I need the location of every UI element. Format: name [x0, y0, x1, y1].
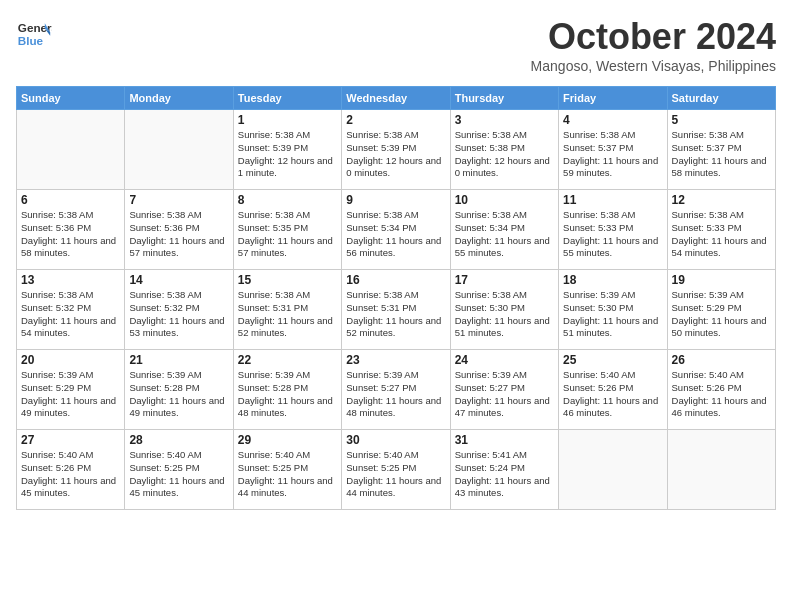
calendar-cell: 28Sunrise: 5:40 AMSunset: 5:25 PMDayligh… — [125, 430, 233, 510]
cell-data: Sunrise: 5:38 AMSunset: 5:34 PMDaylight:… — [346, 209, 445, 260]
day-number: 31 — [455, 433, 554, 447]
calendar-cell: 14Sunrise: 5:38 AMSunset: 5:32 PMDayligh… — [125, 270, 233, 350]
calendar-cell: 2Sunrise: 5:38 AMSunset: 5:39 PMDaylight… — [342, 110, 450, 190]
day-number: 1 — [238, 113, 337, 127]
calendar-cell — [667, 430, 775, 510]
calendar-cell: 7Sunrise: 5:38 AMSunset: 5:36 PMDaylight… — [125, 190, 233, 270]
calendar-cell: 15Sunrise: 5:38 AMSunset: 5:31 PMDayligh… — [233, 270, 341, 350]
cell-data: Sunrise: 5:38 AMSunset: 5:31 PMDaylight:… — [238, 289, 337, 340]
day-number: 22 — [238, 353, 337, 367]
cell-data: Sunrise: 5:40 AMSunset: 5:26 PMDaylight:… — [672, 369, 771, 420]
cell-data: Sunrise: 5:38 AMSunset: 5:32 PMDaylight:… — [129, 289, 228, 340]
weekday-header: Wednesday — [342, 87, 450, 110]
calendar-cell: 6Sunrise: 5:38 AMSunset: 5:36 PMDaylight… — [17, 190, 125, 270]
calendar-cell: 8Sunrise: 5:38 AMSunset: 5:35 PMDaylight… — [233, 190, 341, 270]
cell-data: Sunrise: 5:40 AMSunset: 5:26 PMDaylight:… — [21, 449, 120, 500]
calendar-cell: 24Sunrise: 5:39 AMSunset: 5:27 PMDayligh… — [450, 350, 558, 430]
day-number: 30 — [346, 433, 445, 447]
day-number: 2 — [346, 113, 445, 127]
calendar-week-row: 1Sunrise: 5:38 AMSunset: 5:39 PMDaylight… — [17, 110, 776, 190]
day-number: 29 — [238, 433, 337, 447]
calendar-week-row: 20Sunrise: 5:39 AMSunset: 5:29 PMDayligh… — [17, 350, 776, 430]
cell-data: Sunrise: 5:39 AMSunset: 5:29 PMDaylight:… — [21, 369, 120, 420]
cell-data: Sunrise: 5:41 AMSunset: 5:24 PMDaylight:… — [455, 449, 554, 500]
day-number: 11 — [563, 193, 662, 207]
calendar-cell: 25Sunrise: 5:40 AMSunset: 5:26 PMDayligh… — [559, 350, 667, 430]
day-number: 21 — [129, 353, 228, 367]
day-number: 15 — [238, 273, 337, 287]
day-number: 14 — [129, 273, 228, 287]
calendar-cell: 5Sunrise: 5:38 AMSunset: 5:37 PMDaylight… — [667, 110, 775, 190]
cell-data: Sunrise: 5:39 AMSunset: 5:27 PMDaylight:… — [346, 369, 445, 420]
day-number: 25 — [563, 353, 662, 367]
weekday-header: Monday — [125, 87, 233, 110]
calendar-cell: 4Sunrise: 5:38 AMSunset: 5:37 PMDaylight… — [559, 110, 667, 190]
calendar-cell: 17Sunrise: 5:38 AMSunset: 5:30 PMDayligh… — [450, 270, 558, 350]
calendar-cell: 10Sunrise: 5:38 AMSunset: 5:34 PMDayligh… — [450, 190, 558, 270]
cell-data: Sunrise: 5:39 AMSunset: 5:28 PMDaylight:… — [129, 369, 228, 420]
cell-data: Sunrise: 5:39 AMSunset: 5:30 PMDaylight:… — [563, 289, 662, 340]
calendar-cell: 16Sunrise: 5:38 AMSunset: 5:31 PMDayligh… — [342, 270, 450, 350]
day-number: 16 — [346, 273, 445, 287]
day-number: 28 — [129, 433, 228, 447]
calendar-cell: 11Sunrise: 5:38 AMSunset: 5:33 PMDayligh… — [559, 190, 667, 270]
title-block: October 2024 Mangoso, Western Visayas, P… — [531, 16, 776, 74]
day-number: 24 — [455, 353, 554, 367]
day-number: 3 — [455, 113, 554, 127]
cell-data: Sunrise: 5:38 AMSunset: 5:36 PMDaylight:… — [21, 209, 120, 260]
cell-data: Sunrise: 5:39 AMSunset: 5:28 PMDaylight:… — [238, 369, 337, 420]
calendar-cell: 19Sunrise: 5:39 AMSunset: 5:29 PMDayligh… — [667, 270, 775, 350]
weekday-header: Friday — [559, 87, 667, 110]
day-number: 8 — [238, 193, 337, 207]
calendar-cell: 21Sunrise: 5:39 AMSunset: 5:28 PMDayligh… — [125, 350, 233, 430]
day-number: 26 — [672, 353, 771, 367]
calendar-week-row: 6Sunrise: 5:38 AMSunset: 5:36 PMDaylight… — [17, 190, 776, 270]
calendar-cell: 31Sunrise: 5:41 AMSunset: 5:24 PMDayligh… — [450, 430, 558, 510]
cell-data: Sunrise: 5:39 AMSunset: 5:27 PMDaylight:… — [455, 369, 554, 420]
calendar-table: SundayMondayTuesdayWednesdayThursdayFrid… — [16, 86, 776, 510]
day-number: 20 — [21, 353, 120, 367]
calendar-cell: 20Sunrise: 5:39 AMSunset: 5:29 PMDayligh… — [17, 350, 125, 430]
calendar-cell: 23Sunrise: 5:39 AMSunset: 5:27 PMDayligh… — [342, 350, 450, 430]
weekday-header: Tuesday — [233, 87, 341, 110]
day-number: 12 — [672, 193, 771, 207]
calendar-cell: 9Sunrise: 5:38 AMSunset: 5:34 PMDaylight… — [342, 190, 450, 270]
calendar-cell: 27Sunrise: 5:40 AMSunset: 5:26 PMDayligh… — [17, 430, 125, 510]
cell-data: Sunrise: 5:38 AMSunset: 5:31 PMDaylight:… — [346, 289, 445, 340]
page-header: General Blue October 2024 Mangoso, Weste… — [16, 16, 776, 74]
calendar-cell: 3Sunrise: 5:38 AMSunset: 5:38 PMDaylight… — [450, 110, 558, 190]
calendar-cell: 22Sunrise: 5:39 AMSunset: 5:28 PMDayligh… — [233, 350, 341, 430]
calendar-cell: 30Sunrise: 5:40 AMSunset: 5:25 PMDayligh… — [342, 430, 450, 510]
cell-data: Sunrise: 5:38 AMSunset: 5:34 PMDaylight:… — [455, 209, 554, 260]
logo: General Blue — [16, 16, 52, 52]
calendar-cell: 18Sunrise: 5:39 AMSunset: 5:30 PMDayligh… — [559, 270, 667, 350]
day-number: 19 — [672, 273, 771, 287]
day-number: 9 — [346, 193, 445, 207]
svg-text:Blue: Blue — [18, 34, 44, 47]
cell-data: Sunrise: 5:38 AMSunset: 5:33 PMDaylight:… — [672, 209, 771, 260]
cell-data: Sunrise: 5:40 AMSunset: 5:26 PMDaylight:… — [563, 369, 662, 420]
calendar-cell: 12Sunrise: 5:38 AMSunset: 5:33 PMDayligh… — [667, 190, 775, 270]
cell-data: Sunrise: 5:38 AMSunset: 5:32 PMDaylight:… — [21, 289, 120, 340]
cell-data: Sunrise: 5:38 AMSunset: 5:39 PMDaylight:… — [238, 129, 337, 180]
calendar-week-row: 27Sunrise: 5:40 AMSunset: 5:26 PMDayligh… — [17, 430, 776, 510]
cell-data: Sunrise: 5:39 AMSunset: 5:29 PMDaylight:… — [672, 289, 771, 340]
calendar-week-row: 13Sunrise: 5:38 AMSunset: 5:32 PMDayligh… — [17, 270, 776, 350]
calendar-cell: 1Sunrise: 5:38 AMSunset: 5:39 PMDaylight… — [233, 110, 341, 190]
cell-data: Sunrise: 5:38 AMSunset: 5:36 PMDaylight:… — [129, 209, 228, 260]
cell-data: Sunrise: 5:40 AMSunset: 5:25 PMDaylight:… — [129, 449, 228, 500]
weekday-header: Sunday — [17, 87, 125, 110]
cell-data: Sunrise: 5:40 AMSunset: 5:25 PMDaylight:… — [238, 449, 337, 500]
day-number: 5 — [672, 113, 771, 127]
day-number: 18 — [563, 273, 662, 287]
day-number: 7 — [129, 193, 228, 207]
month-year-title: October 2024 — [531, 16, 776, 58]
calendar-cell: 29Sunrise: 5:40 AMSunset: 5:25 PMDayligh… — [233, 430, 341, 510]
weekday-header: Thursday — [450, 87, 558, 110]
location-subtitle: Mangoso, Western Visayas, Philippines — [531, 58, 776, 74]
cell-data: Sunrise: 5:38 AMSunset: 5:35 PMDaylight:… — [238, 209, 337, 260]
cell-data: Sunrise: 5:38 AMSunset: 5:33 PMDaylight:… — [563, 209, 662, 260]
cell-data: Sunrise: 5:38 AMSunset: 5:37 PMDaylight:… — [563, 129, 662, 180]
calendar-cell — [559, 430, 667, 510]
cell-data: Sunrise: 5:38 AMSunset: 5:37 PMDaylight:… — [672, 129, 771, 180]
